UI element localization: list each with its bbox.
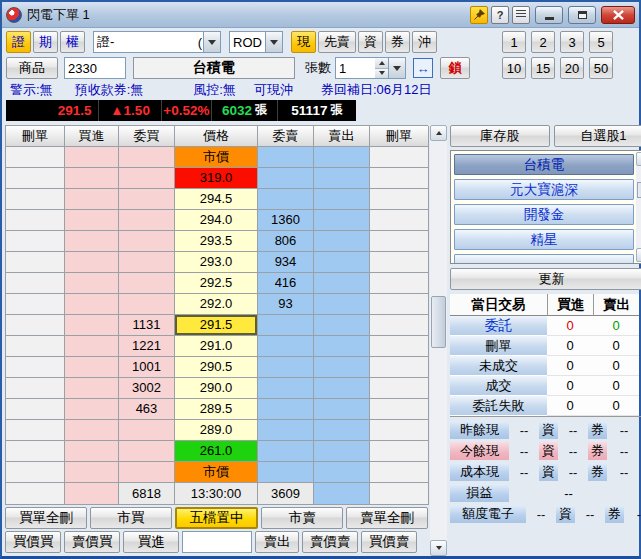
ask-volume-cell[interactable]	[258, 357, 314, 378]
bid-volume-cell[interactable]	[119, 147, 175, 168]
trade-mode-button[interactable]: 券	[385, 31, 410, 53]
ask-volume-cell[interactable]	[258, 189, 314, 210]
delete-buy-cell[interactable]	[6, 147, 65, 168]
delete-sell-cell[interactable]	[370, 231, 429, 252]
ask-volume-cell[interactable]	[258, 462, 314, 483]
order-action-button[interactable]: 買價買	[5, 531, 61, 553]
delete-sell-cell[interactable]	[370, 315, 429, 336]
account-dropdown[interactable]: 證- (	[93, 31, 221, 53]
buy-cell[interactable]	[65, 189, 119, 210]
sell-cell[interactable]	[314, 252, 370, 273]
price-cell[interactable]: 市價	[175, 147, 258, 168]
bid-volume-cell[interactable]: 463	[119, 399, 175, 420]
price-cell[interactable]: 261.0	[175, 441, 258, 462]
symbol-input[interactable]	[64, 57, 126, 79]
market-type-button[interactable]: 權	[60, 31, 85, 53]
delete-buy-cell[interactable]	[6, 357, 65, 378]
sell-cell[interactable]	[314, 294, 370, 315]
delete-buy-cell[interactable]	[6, 168, 65, 189]
market-type-button[interactable]: 期	[33, 31, 58, 53]
sell-cell[interactable]	[314, 462, 370, 483]
ladder-action-button[interactable]: 賣單全刪	[346, 507, 428, 529]
delete-sell-cell[interactable]	[370, 210, 429, 231]
sell-cell[interactable]	[314, 378, 370, 399]
ladder-action-button[interactable]: 市買	[90, 507, 172, 529]
update-button[interactable]: 更新	[450, 268, 641, 290]
bid-volume-cell[interactable]: 1001	[119, 357, 175, 378]
price-cell[interactable]: 290.0	[175, 378, 258, 399]
delete-sell-cell[interactable]	[370, 273, 429, 294]
price-cell[interactable]: 293.5	[175, 231, 258, 252]
bid-volume-cell[interactable]	[119, 273, 175, 294]
trade-mode-button[interactable]: 先賣	[318, 31, 356, 53]
ask-volume-cell[interactable]	[258, 399, 314, 420]
buy-cell[interactable]	[65, 315, 119, 336]
delete-sell-cell[interactable]	[370, 378, 429, 399]
buy-cell[interactable]	[65, 420, 119, 441]
buy-cell[interactable]	[65, 168, 119, 189]
price-cell[interactable]: 290.5	[175, 357, 258, 378]
qty-preset-button[interactable]: 5	[589, 31, 613, 53]
market-type-button[interactable]: 證	[6, 31, 31, 53]
ask-volume-cell[interactable]: 806	[258, 231, 314, 252]
product-button[interactable]: 商品	[6, 57, 58, 79]
order-action-button[interactable]: 賣價買	[64, 531, 120, 553]
sell-cell[interactable]	[314, 357, 370, 378]
price-cell[interactable]: 294.0	[175, 210, 258, 231]
delete-buy-cell[interactable]	[6, 378, 65, 399]
buy-cell[interactable]	[65, 336, 119, 357]
price-cell[interactable]: 292.5	[175, 273, 258, 294]
buy-cell[interactable]	[65, 378, 119, 399]
scroll-up-icon[interactable]	[430, 125, 447, 141]
ladder-action-button[interactable]: 市賣	[261, 507, 343, 529]
price-cell[interactable]: 319.0	[175, 168, 258, 189]
qty-preset-button[interactable]: 1	[502, 31, 526, 53]
trade-mode-button[interactable]: 現	[291, 31, 316, 53]
delete-buy-cell[interactable]	[6, 399, 65, 420]
watchlist-tab-button[interactable]: 庫存股	[450, 125, 550, 147]
delete-buy-cell[interactable]	[6, 315, 65, 336]
close-button[interactable]	[601, 6, 635, 24]
bid-volume-cell[interactable]	[119, 441, 175, 462]
stock-list-item[interactable]: 台積電	[454, 154, 634, 175]
delete-sell-cell[interactable]	[370, 189, 429, 210]
bid-volume-cell[interactable]: 3002	[119, 378, 175, 399]
pin-icon[interactable]	[470, 6, 488, 24]
ask-volume-cell[interactable]: 93	[258, 294, 314, 315]
delete-sell-cell[interactable]	[370, 441, 429, 462]
watchlist-tab-button[interactable]: 自選股1	[554, 125, 641, 147]
delete-sell-cell[interactable]	[370, 252, 429, 273]
order-action-button[interactable]: 買價賣	[361, 531, 417, 553]
delete-sell-cell[interactable]	[370, 147, 429, 168]
sell-cell[interactable]	[314, 147, 370, 168]
delete-sell-cell[interactable]	[370, 336, 429, 357]
order-type-dropdown[interactable]: ROD	[229, 31, 283, 53]
price-cell[interactable]: 292.0	[175, 294, 258, 315]
stock-list-item[interactable]: 元大寶滬深	[454, 179, 634, 200]
stock-list-item[interactable]: 精星	[454, 229, 634, 250]
bid-volume-cell[interactable]	[119, 462, 175, 483]
bid-volume-cell[interactable]: 1221	[119, 336, 175, 357]
order-price-input[interactable]	[182, 531, 252, 553]
ladder-action-button[interactable]: 買單全刪	[5, 507, 87, 529]
stock-list-item[interactable]: 開發金	[454, 204, 634, 225]
sell-cell[interactable]	[314, 273, 370, 294]
order-action-button[interactable]: 賣出	[255, 531, 299, 553]
ask-volume-cell[interactable]	[258, 168, 314, 189]
buy-cell[interactable]	[65, 462, 119, 483]
scroll-down-icon[interactable]	[430, 540, 447, 556]
buy-cell[interactable]	[65, 399, 119, 420]
ask-volume-cell[interactable]	[258, 378, 314, 399]
bid-volume-cell[interactable]	[119, 168, 175, 189]
delete-buy-cell[interactable]	[6, 231, 65, 252]
bid-volume-cell[interactable]	[119, 231, 175, 252]
scrollbar-thumb[interactable]	[431, 296, 446, 348]
sell-cell[interactable]	[314, 168, 370, 189]
buy-cell[interactable]	[65, 294, 119, 315]
delete-sell-cell[interactable]	[370, 420, 429, 441]
sell-cell[interactable]	[314, 315, 370, 336]
delete-buy-cell[interactable]	[6, 210, 65, 231]
ask-volume-cell[interactable]	[258, 420, 314, 441]
bid-volume-cell[interactable]	[119, 189, 175, 210]
bid-volume-cell[interactable]	[119, 294, 175, 315]
